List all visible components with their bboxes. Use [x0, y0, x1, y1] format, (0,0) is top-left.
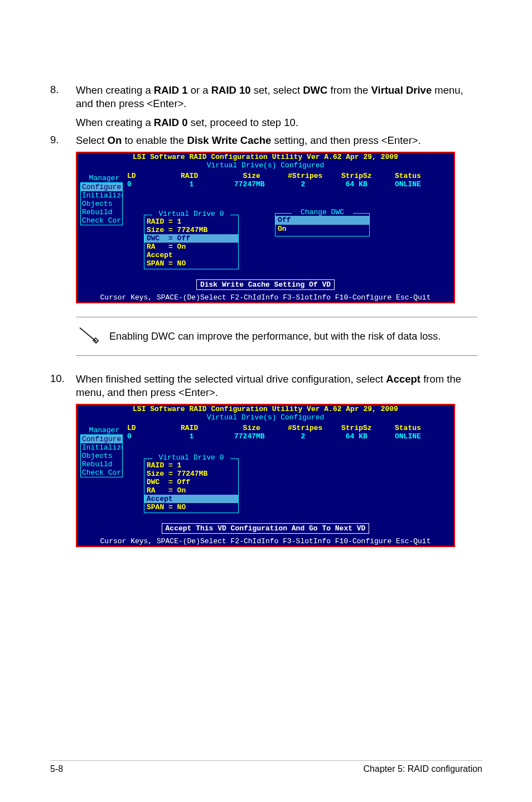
- vd-line[interactable]: SPAN = NO: [144, 259, 238, 268]
- menu-item[interactable]: Initialize: [81, 443, 122, 452]
- step-number: 9.: [50, 134, 76, 147]
- vd-line[interactable]: SPAN = NO: [144, 503, 238, 511]
- bios-title: LSI Software RAID Configuration Utility …: [77, 405, 454, 413]
- vd-line[interactable]: Accept: [144, 495, 238, 503]
- menu-box: Configure Initialize Objects Rebuild Che…: [80, 182, 123, 225]
- step-text: When finished setting the selected virtu…: [76, 373, 482, 399]
- step-number: 10.: [50, 373, 76, 399]
- table-header: LDRAID Size#StripesStripSzStatus: [127, 424, 448, 432]
- bios-title: LSI Software RAID Configuration Utility …: [77, 153, 454, 161]
- vd-line[interactable]: RAID = 1: [144, 461, 238, 470]
- vd-line[interactable]: RA = On: [144, 486, 238, 495]
- bios-footer: Cursor Keys, SPACE-(De)Select F2-ChIdInf…: [77, 293, 454, 302]
- bios-screenshot-1: LSI Software RAID Configuration Utility …: [76, 152, 455, 303]
- bios-subtitle: Virtual Drive(s) Configured: [77, 413, 454, 422]
- menu-label: Manager: [80, 426, 122, 434]
- menu-item[interactable]: Initialize: [81, 191, 122, 200]
- virtual-drive-box: Virtual Drive 0 RAID = 1 Size = 77247MB …: [144, 458, 239, 513]
- vd-line[interactable]: Size = 77247MB: [144, 226, 238, 234]
- note-icon: [76, 324, 109, 349]
- bios-footer: Cursor Keys, SPACE-(De)Select F2-ChIdInf…: [77, 537, 454, 546]
- popup-item[interactable]: On: [275, 225, 369, 234]
- note-text: Enabling DWC can improve the performance…: [109, 331, 477, 342]
- menu-item[interactable]: Rebuild: [81, 460, 122, 468]
- menu-box: Configure Initialize Objects Rebuild Che…: [80, 434, 123, 477]
- page-footer: 5-8 Chapter 5: RAID configuration: [50, 760, 482, 774]
- menu-item[interactable]: Configure: [81, 183, 122, 191]
- bios-prompt: Accept This VD Configuration And Go To N…: [162, 523, 370, 534]
- menu-item[interactable]: Configure: [81, 435, 122, 443]
- bios-screenshot-2: LSI Software RAID Configuration Utility …: [76, 404, 455, 547]
- menu-item[interactable]: Objects: [81, 452, 122, 460]
- vd-line[interactable]: Size = 77247MB: [144, 470, 238, 478]
- table-row: 0 1 77247MB 2 64 KBONLINE: [127, 180, 448, 189]
- vd-line[interactable]: DWC = Off: [144, 478, 238, 486]
- page-number: 5-8: [50, 764, 63, 774]
- menu-item[interactable]: Check Cor: [81, 216, 122, 225]
- step-text: Select On to enable the Disk Write Cache…: [76, 134, 482, 147]
- bios-prompt: Disk Write Cache Setting Of VD: [196, 279, 335, 290]
- vd-line[interactable]: RA = On: [144, 243, 238, 251]
- table-row: 0 1 77247MB 2 64 KBONLINE: [127, 432, 448, 441]
- step-number: 8.: [50, 84, 76, 129]
- menu-label: Manager: [80, 174, 122, 182]
- vd-line[interactable]: RAID = 1: [144, 218, 238, 226]
- popup-item[interactable]: Off: [275, 216, 369, 225]
- menu-item[interactable]: Rebuild: [81, 208, 122, 216]
- virtual-drive-box: Virtual Drive 0 RAID = 1 Size = 77247MB …: [144, 215, 239, 269]
- menu-item[interactable]: Objects: [81, 200, 122, 208]
- chapter-title: Chapter 5: RAID configuration: [364, 764, 482, 774]
- step-text: When creating a RAID 1 or a RAID 10 set,…: [76, 84, 482, 129]
- table-header: LDRAID Size#StripesStripSzStatus: [127, 172, 448, 180]
- vd-line[interactable]: DWC = Off: [144, 234, 238, 243]
- vd-line[interactable]: Accept: [144, 251, 238, 259]
- change-dwc-popup: Change DWC Off On: [275, 213, 370, 236]
- menu-item[interactable]: Check Cor: [81, 468, 122, 477]
- vd-title: Virtual Drive 0: [152, 454, 230, 461]
- note-callout: Enabling DWC can improve the performance…: [76, 317, 477, 356]
- popup-title: Change DWC: [292, 209, 353, 216]
- vd-title: Virtual Drive 0: [152, 210, 230, 218]
- bios-subtitle: Virtual Drive(s) Configured: [77, 161, 454, 170]
